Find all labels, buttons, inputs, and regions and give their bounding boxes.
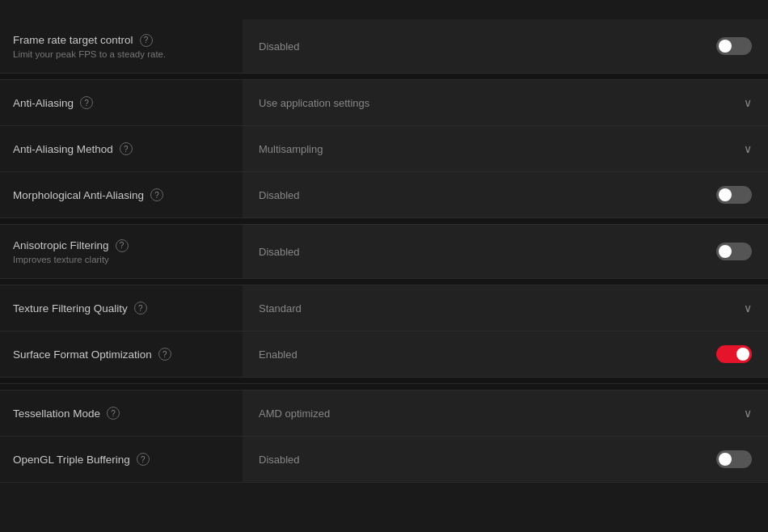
setting-row-tessellation-mode: Tessellation Mode?AMD optimized∨	[0, 391, 768, 437]
control-col-texture-filtering-quality[interactable]: Standard∨	[243, 285, 768, 331]
dropdown-value-texture-filtering-quality: Standard	[259, 302, 302, 315]
label-col-texture-filtering-quality: Texture Filtering Quality?	[0, 292, 243, 324]
toggle-track-morphological-anti-aliasing	[716, 186, 752, 204]
setting-desc-frame-rate-target: Limit your peak FPS to a steady rate.	[13, 49, 230, 59]
toggle-value-anisotropic-filtering: Disabled	[259, 246, 300, 258]
setting-label-anti-aliasing: Anti-Aliasing?	[13, 96, 230, 109]
toggle-track-frame-rate-target	[716, 37, 752, 55]
setting-row-frame-rate-target: Frame rate target control?Limit your pea…	[0, 19, 768, 74]
toggle-wrapper-frame-rate-target: Disabled	[259, 37, 752, 55]
divider	[0, 279, 768, 285]
toggle-track-anisotropic-filtering	[716, 243, 752, 260]
setting-label-opengl-triple-buffering: OpenGL Triple Buffering?	[13, 453, 230, 466]
label-col-anisotropic-filtering: Anisotropic Filtering?Improves texture c…	[0, 230, 243, 274]
toggle-thumb-surface-format-optimization	[736, 348, 749, 361]
toggle-value-surface-format-optimization: Enabled	[259, 348, 297, 361]
dropdown-arrow-icon-anti-aliasing: ∨	[744, 96, 752, 109]
setting-label-anisotropic-filtering: Anisotropic Filtering?	[13, 239, 230, 252]
label-text-anti-aliasing: Anti-Aliasing	[13, 97, 74, 109]
divider	[0, 74, 768, 80]
dropdown-texture-filtering-quality[interactable]: Standard∨	[259, 302, 752, 315]
toggle-wrapper-anisotropic-filtering: Disabled	[259, 243, 752, 260]
help-icon-anti-aliasing-method[interactable]: ?	[120, 142, 133, 155]
divider	[0, 384, 768, 391]
label-text-morphological-anti-aliasing: Morphological Anti-Aliasing	[13, 189, 144, 201]
toggle-anisotropic-filtering[interactable]	[716, 243, 752, 260]
dropdown-anti-aliasing-method[interactable]: Multisampling∨	[259, 142, 752, 155]
dropdown-arrow-icon-tessellation-mode: ∨	[744, 407, 752, 420]
label-col-anti-aliasing-method: Anti-Aliasing Method?	[0, 133, 243, 165]
label-col-frame-rate-target: Frame rate target control?Limit your pea…	[0, 24, 243, 69]
control-col-tessellation-mode[interactable]: AMD optimized∨	[243, 391, 768, 436]
label-col-surface-format-optimization: Surface Format Optimization?	[0, 338, 243, 370]
setting-desc-anisotropic-filtering: Improves texture clarity	[13, 255, 230, 264]
control-col-morphological-anti-aliasing[interactable]: Disabled	[243, 172, 768, 217]
dropdown-value-anti-aliasing: Use application settings	[259, 97, 369, 109]
setting-row-texture-filtering-quality: Texture Filtering Quality?Standard∨	[0, 285, 768, 331]
toggle-opengl-triple-buffering[interactable]	[716, 450, 752, 468]
control-col-anisotropic-filtering[interactable]: Disabled	[243, 225, 768, 278]
label-col-opengl-triple-buffering: OpenGL Triple Buffering?	[0, 443, 243, 475]
setting-row-opengl-triple-buffering: OpenGL Triple Buffering?Disabled	[0, 437, 768, 483]
label-col-tessellation-mode: Tessellation Mode?	[0, 397, 243, 429]
control-col-opengl-triple-buffering[interactable]: Disabled	[243, 437, 768, 482]
toggle-wrapper-surface-format-optimization: Enabled	[259, 345, 752, 363]
toggle-surface-format-optimization[interactable]	[716, 345, 752, 363]
help-icon-surface-format-optimization[interactable]: ?	[158, 348, 171, 361]
dropdown-value-tessellation-mode: AMD optimized	[259, 407, 330, 420]
setting-label-tessellation-mode: Tessellation Mode?	[13, 407, 230, 420]
setting-row-anisotropic-filtering: Anisotropic Filtering?Improves texture c…	[0, 225, 768, 279]
dropdown-anti-aliasing[interactable]: Use application settings∨	[259, 96, 752, 109]
toggle-wrapper-opengl-triple-buffering: Disabled	[259, 450, 752, 468]
help-icon-opengl-triple-buffering[interactable]: ?	[137, 453, 150, 466]
label-text-opengl-triple-buffering: OpenGL Triple Buffering	[13, 454, 130, 466]
setting-label-morphological-anti-aliasing: Morphological Anti-Aliasing?	[13, 188, 230, 201]
setting-label-surface-format-optimization: Surface Format Optimization?	[13, 348, 230, 361]
label-text-anti-aliasing-method: Anti-Aliasing Method	[13, 143, 113, 155]
setting-label-frame-rate-target: Frame rate target control?	[13, 34, 230, 47]
dropdown-arrow-icon-texture-filtering-quality: ∨	[744, 302, 752, 315]
label-col-morphological-anti-aliasing: Morphological Anti-Aliasing?	[0, 179, 243, 211]
toggle-thumb-opengl-triple-buffering	[719, 453, 732, 466]
toggle-wrapper-morphological-anti-aliasing: Disabled	[259, 186, 752, 204]
setting-label-anti-aliasing-method: Anti-Aliasing Method?	[13, 142, 230, 155]
toggle-thumb-anisotropic-filtering	[719, 245, 732, 258]
control-col-surface-format-optimization[interactable]: Enabled	[243, 331, 768, 377]
label-text-texture-filtering-quality: Texture Filtering Quality	[13, 302, 128, 315]
setting-row-anti-aliasing-method: Anti-Aliasing Method?Multisampling∨	[0, 126, 768, 172]
settings-list: Frame rate target control?Limit your pea…	[0, 19, 768, 483]
toggle-morphological-anti-aliasing[interactable]	[716, 186, 752, 204]
dropdown-arrow-icon-anti-aliasing-method: ∨	[744, 142, 752, 155]
divider	[0, 218, 768, 225]
help-icon-texture-filtering-quality[interactable]: ?	[134, 302, 147, 315]
dropdown-tessellation-mode[interactable]: AMD optimized∨	[259, 407, 752, 420]
label-text-surface-format-optimization: Surface Format Optimization	[13, 348, 152, 361]
setting-row-anti-aliasing: Anti-Aliasing?Use application settings∨	[0, 80, 768, 126]
advanced-section-header[interactable]	[0, 0, 768, 19]
toggle-thumb-frame-rate-target	[719, 40, 732, 53]
help-icon-frame-rate-target[interactable]: ?	[140, 34, 153, 47]
control-col-anti-aliasing[interactable]: Use application settings∨	[243, 80, 768, 125]
control-col-anti-aliasing-method[interactable]: Multisampling∨	[243, 126, 768, 171]
toggle-value-frame-rate-target: Disabled	[259, 40, 300, 53]
divider	[0, 378, 768, 384]
label-text-anisotropic-filtering: Anisotropic Filtering	[13, 239, 109, 251]
label-text-frame-rate-target: Frame rate target control	[13, 34, 133, 46]
toggle-value-opengl-triple-buffering: Disabled	[259, 454, 300, 466]
toggle-frame-rate-target[interactable]	[716, 37, 752, 55]
toggle-value-morphological-anti-aliasing: Disabled	[259, 189, 300, 201]
help-icon-tessellation-mode[interactable]: ?	[107, 407, 120, 420]
dropdown-value-anti-aliasing-method: Multisampling	[259, 143, 323, 155]
toggle-thumb-morphological-anti-aliasing	[719, 188, 732, 201]
help-icon-morphological-anti-aliasing[interactable]: ?	[150, 188, 163, 201]
settings-container: Frame rate target control?Limit your pea…	[0, 0, 768, 532]
label-text-tessellation-mode: Tessellation Mode	[13, 407, 100, 420]
setting-row-morphological-anti-aliasing: Morphological Anti-Aliasing?Disabled	[0, 172, 768, 218]
toggle-track-opengl-triple-buffering	[716, 450, 752, 468]
label-col-anti-aliasing: Anti-Aliasing?	[0, 87, 243, 119]
control-col-frame-rate-target[interactable]: Disabled	[243, 19, 768, 73]
toggle-track-surface-format-optimization	[716, 345, 752, 363]
setting-row-surface-format-optimization: Surface Format Optimization?Enabled	[0, 331, 768, 378]
help-icon-anti-aliasing[interactable]: ?	[80, 96, 93, 109]
help-icon-anisotropic-filtering[interactable]: ?	[116, 239, 129, 252]
